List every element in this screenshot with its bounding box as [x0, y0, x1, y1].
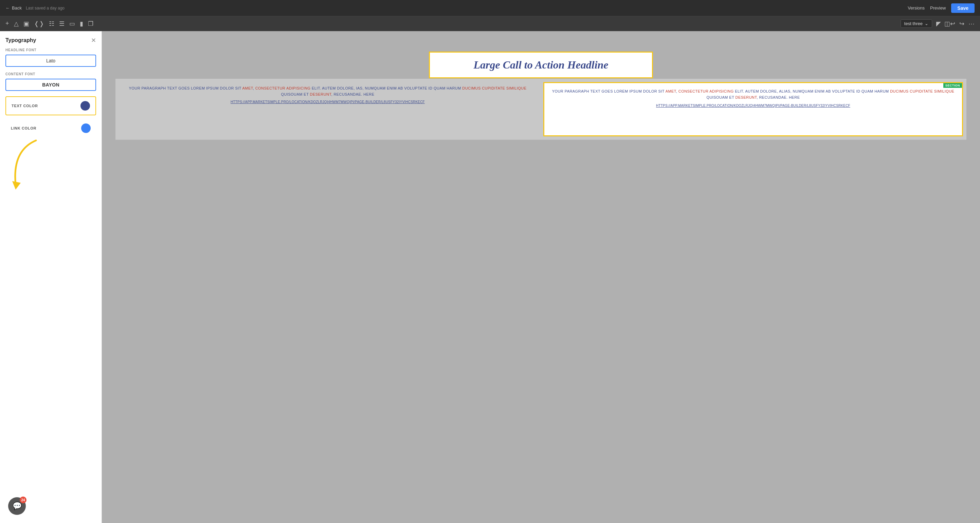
top-nav-right: Versions Preview Save [908, 3, 975, 13]
toolbar-center: test three ⌄ ◤ ◫ [900, 19, 950, 28]
link-color-label: LINK COLOR [11, 126, 37, 130]
highlight-similique: SIMILIQUE [506, 86, 527, 90]
toolbar-right: ↩ ↪ ⋯ [950, 20, 975, 27]
highlight-deserunt-r: DESERUNT [735, 95, 757, 99]
back-label: Back [12, 5, 22, 11]
code-icon[interactable]: ❬❭ [34, 20, 44, 27]
highlight-consectetur: CONSECTETUR [255, 86, 286, 90]
preview-button[interactable]: Preview [930, 5, 946, 11]
page-selector[interactable]: test three ⌄ [900, 19, 932, 28]
highlight-cupiditate-r: CUPIDITATE [910, 89, 933, 93]
link-color-row: LINK COLOR [5, 119, 96, 137]
grid-icon[interactable]: ▮ [80, 20, 83, 27]
highlight-adipisicing: ADIPISICING [286, 86, 310, 90]
section-badge: SECTION [943, 83, 962, 88]
highlight-amet-r: AMET [665, 89, 676, 93]
content-font-label: CONTENT FONT [5, 72, 96, 76]
canvas: Large Call to Action Headline YOUR PARAG… [102, 31, 980, 523]
device-icons: ◤ ◫ [936, 20, 950, 27]
link-right[interactable]: HTTPS://APP.MARKETSIMPLE.PRO/LOCATION/KD… [551, 104, 955, 108]
headline-block[interactable]: Large Call to Action Headline [429, 52, 653, 78]
text-color-picker[interactable] [81, 101, 90, 111]
arrow-annotation-svg [5, 137, 49, 191]
highlight-similique-r: SIMILIQUE [934, 89, 955, 93]
highlight-ducimus: DUCIMUS [462, 86, 480, 90]
content-font-selector[interactable]: BAYON [5, 79, 96, 91]
top-nav: ← Back Last saved a day ago Versions Pre… [0, 0, 980, 16]
paragraph-right: YOUR PARAGRAPH TEXT GOES LOREM IPSUM DOL… [551, 89, 955, 100]
highlight-cupiditate: CUPIDITATE [482, 86, 505, 90]
paragraph-left: YOUR PARAGRAPH TEXT GOES LOREM IPSUM DOL… [126, 86, 530, 97]
saved-label: Last saved a day ago [26, 6, 65, 11]
headline-font-selector[interactable]: Lato [5, 55, 96, 67]
back-button[interactable]: ← Back [5, 5, 22, 11]
arrow-annotation-area [5, 137, 96, 191]
highlight-consectetur-r: CONSECTETUR [678, 89, 709, 93]
section-icon[interactable]: ☷ [49, 20, 54, 27]
toolbar: + △ ▣ ❬❭ ☷ ☰ ▭ ▮ ❐ test three ⌄ ◤ ◫ ↩ ↪ … [0, 16, 980, 31]
form-icon[interactable]: ☰ [59, 20, 65, 27]
versions-button[interactable]: Versions [908, 5, 925, 11]
redo-icon[interactable]: ↪ [959, 20, 964, 27]
headline-font-label: HEADLINE FONT [5, 48, 96, 52]
add-icon[interactable]: + [5, 20, 9, 27]
close-button[interactable]: ✕ [91, 36, 96, 44]
save-button[interactable]: Save [951, 3, 975, 13]
headline-text: Large Call to Action Headline [444, 59, 638, 71]
page-name: test three [904, 21, 923, 26]
embed-icon[interactable]: ❐ [88, 20, 93, 27]
box-icon[interactable]: ▭ [69, 20, 75, 27]
chat-badge: 24 [20, 496, 27, 503]
highlight-ducimus-r: DUCIMUS [890, 89, 908, 93]
link-color-picker[interactable] [81, 124, 91, 133]
chevron-down-icon: ⌄ [925, 21, 928, 26]
content-font-section: CONTENT FONT BAYON [0, 72, 102, 96]
layers-icon[interactable]: △ [14, 20, 19, 27]
pages-icon[interactable]: ▣ [24, 20, 29, 27]
highlight-deserunt: DESERUNT [310, 92, 331, 96]
link-left[interactable]: HTTPS://APP.MARKETSIMPLE.PRO/LOCATION/KD… [126, 100, 530, 104]
text-block-left: YOUR PARAGRAPH TEXT GOES LOREM IPSUM DOL… [115, 79, 540, 140]
highlight-adipisicing-r: ADIPISICING [710, 89, 733, 93]
chat-icon: 💬 [13, 502, 22, 510]
undo-icon[interactable]: ↩ [950, 20, 955, 27]
chat-bubble[interactable]: 💬 24 [8, 497, 26, 515]
toolbar-left: + △ ▣ ❬❭ ☷ ☰ ▭ ▮ ❐ [5, 20, 900, 27]
highlight-amet: AMET [242, 86, 253, 90]
content-section: YOUR PARAGRAPH TEXT GOES LOREM IPSUM DOL… [115, 79, 966, 140]
back-arrow-icon: ← [5, 5, 10, 11]
settings-icon[interactable]: ⋯ [969, 20, 975, 27]
sidebar-title: Typography [5, 37, 36, 43]
mobile-icon[interactable]: ◫ [944, 20, 950, 27]
headline-section: Large Call to Action Headline [115, 41, 966, 78]
main-layout: Typography ✕ HEADLINE FONT Lato CONTENT … [0, 31, 980, 523]
headline-font-section: HEADLINE FONT Lato [0, 48, 102, 72]
svg-marker-0 [12, 181, 21, 190]
desktop-icon[interactable]: ◤ [936, 20, 941, 27]
canvas-content: Large Call to Action Headline YOUR PARAG… [102, 31, 980, 523]
text-color-row: TEXT COLOR [5, 96, 96, 115]
text-color-label: TEXT COLOR [11, 104, 38, 108]
text-block-right[interactable]: YOUR PARAGRAPH TEXT GOES LOREM IPSUM DOL… [543, 82, 963, 136]
sidebar: Typography ✕ HEADLINE FONT Lato CONTENT … [0, 31, 102, 523]
sidebar-header: Typography ✕ [0, 31, 102, 48]
top-nav-left: ← Back Last saved a day ago [5, 5, 65, 11]
